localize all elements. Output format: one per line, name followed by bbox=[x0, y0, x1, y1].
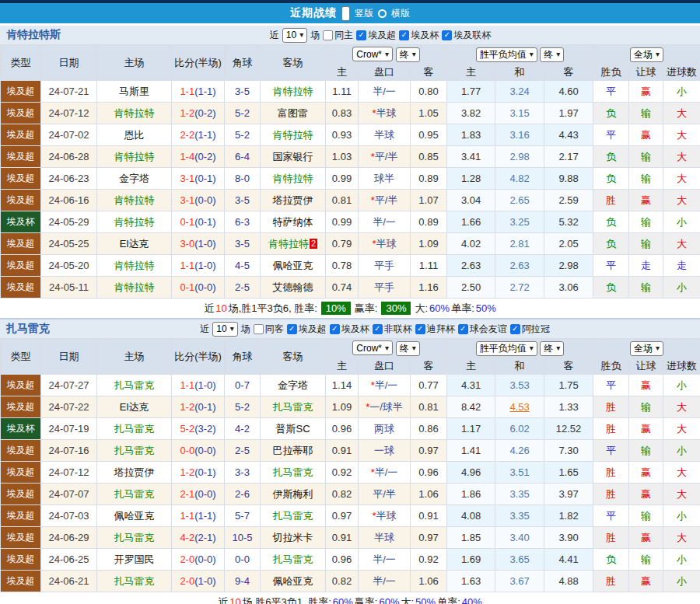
team-section: 扎马雷克 近 10▾ 场 同客 ✓埃及超✓埃及杯✓非联杯✓迪拜杯✓球会友谊✓阿拉… bbox=[0, 319, 700, 604]
layout-horizontal-label[interactable]: 横版 bbox=[391, 7, 410, 20]
competition-checkbox[interactable]: ✓埃及杯 bbox=[330, 323, 369, 336]
avg-home-cell: 3.41 bbox=[447, 146, 495, 168]
competition-checkbox[interactable]: ✓埃及超 bbox=[356, 29, 396, 42]
result-cell: 平 bbox=[593, 375, 629, 396]
avg-home-cell: 4.02 bbox=[447, 233, 495, 255]
chevron-down-icon: ▾ bbox=[299, 31, 303, 39]
table-row: 埃及超24-05-20肯特拉特1-1(1-0)4-5佩哈亚克0.78平手1.11… bbox=[1, 255, 700, 277]
avg-draw-cell: 3.15 bbox=[495, 103, 544, 124]
competition-checkbox[interactable]: ✓阿拉冠 bbox=[510, 323, 550, 336]
goals-result-cell: 小 bbox=[663, 440, 700, 462]
col-date: 日期 bbox=[41, 45, 97, 81]
section-header: 扎马雷克 近 10▾ 场 同客 ✓埃及超✓埃及杯✓非联杯✓迪拜杯✓球会友谊✓阿拉… bbox=[0, 319, 700, 338]
halftime-score: (0-0) bbox=[194, 281, 215, 293]
home-odds-cell: 0.96 bbox=[326, 549, 359, 571]
results-table: 类型 日期 主场 比分(半场) 角球 客场 Crow*▾ 终▾ 胜平负均值▾ 终… bbox=[0, 44, 700, 299]
handicap-text: 半/一 bbox=[375, 379, 398, 391]
score-cell: 3-1(0-0) bbox=[172, 190, 225, 211]
summary-segment: 60% bbox=[379, 596, 399, 604]
avg-away-cell: 4.60 bbox=[544, 81, 593, 103]
table-row: 埃及超24-06-28肯特拉特1-4(0-2)6-4国家银行1.03*平/半0.… bbox=[1, 146, 700, 168]
goals-result-cell: 小 bbox=[663, 375, 700, 396]
home-team-cell: 恩比 bbox=[97, 124, 172, 146]
home-team-cell: 肯特拉特 bbox=[97, 211, 172, 233]
page-title: 近期战绩 bbox=[290, 6, 337, 20]
goals-result-cell: 小 bbox=[663, 505, 700, 527]
handicap-cell: *半/一 bbox=[359, 462, 411, 484]
match-date-cell: 24-07-22 bbox=[41, 396, 97, 418]
odds-final-select[interactable]: 终▾ bbox=[396, 341, 420, 356]
bookmaker-select[interactable]: Crow*▾ bbox=[352, 47, 393, 61]
home-odds-cell: 0.97 bbox=[326, 505, 359, 527]
results-tbody: 埃及超24-07-27扎马雷克1-1(1-0)0-7金字塔1.14*半/一0.7… bbox=[1, 375, 700, 592]
subcol-avg-away: 客 bbox=[544, 358, 593, 375]
competition-label: 球会友谊 bbox=[470, 323, 507, 336]
competition-checkbox[interactable]: ✓埃及联杯 bbox=[442, 29, 491, 42]
scope-select[interactable]: 全场▾ bbox=[630, 47, 663, 62]
handicap-result-cell: 输 bbox=[629, 549, 663, 571]
match-date-cell: 24-06-16 bbox=[41, 190, 97, 211]
score-cell: 1-1(1-0) bbox=[172, 255, 225, 277]
score-cell: 1-4(0-2) bbox=[172, 146, 225, 168]
competition-checkbox[interactable]: ✓迪拜杯 bbox=[415, 323, 455, 336]
match-count-select[interactable]: 10▾ bbox=[212, 322, 237, 337]
avg-draw-cell[interactable]: 4.53 bbox=[495, 396, 544, 418]
handicap-text: 半/一 bbox=[373, 553, 396, 565]
competition-checkbox[interactable]: ✓非联杯 bbox=[373, 323, 412, 336]
table-row: 埃及超24-06-23金字塔3-1(0-1)8-0肯特拉特0.99球半0.891… bbox=[1, 168, 700, 190]
handicap-text: 球半 bbox=[374, 173, 394, 184]
score-cell: 2-0(1-0) bbox=[172, 571, 225, 592]
goals-result-cell: 大 bbox=[663, 168, 700, 190]
table-row: 埃及超24-07-12肯特拉特1-2(0-2)5-2富图雷0.83*半球1.05… bbox=[1, 103, 700, 124]
match-type-cell: 埃及杯 bbox=[1, 418, 41, 440]
competition-filters: ✓埃及超✓埃及杯✓非联杯✓迪拜杯✓球会友谊✓阿拉冠 bbox=[287, 323, 550, 336]
team-name: 扎马雷克 bbox=[0, 322, 50, 336]
match-type-cell: 埃及超 bbox=[1, 440, 41, 462]
layout-radio-horizontal[interactable] bbox=[378, 9, 387, 18]
handicap-text: 平手 bbox=[374, 260, 394, 271]
handicap-text: 半/一 bbox=[373, 216, 396, 228]
handicap-selects-cell: Crow*▾ 终▾ bbox=[326, 339, 447, 358]
competition-checkbox[interactable]: ✓球会友谊 bbox=[458, 323, 507, 336]
handicap-cell: 半球 bbox=[359, 527, 411, 549]
competition-checkbox[interactable]: ✓埃及杯 bbox=[399, 29, 439, 42]
avg-home-cell: 1.77 bbox=[447, 81, 495, 103]
odds-final-select[interactable]: 终▾ bbox=[396, 47, 420, 62]
summary-segment: 单率: bbox=[451, 302, 474, 316]
bookmaker-select[interactable]: Crow*▾ bbox=[352, 340, 393, 355]
avg-final-select[interactable]: 终▾ bbox=[540, 341, 564, 356]
handicap-cell: 平/半 bbox=[359, 484, 411, 505]
results-table: 类型 日期 主场 比分(半场) 角球 客场 Crow*▾ 终▾ 胜平负均值▾ 终… bbox=[0, 338, 700, 592]
match-type-cell: 埃及超 bbox=[1, 549, 41, 571]
handicap-text: 半/一 bbox=[375, 466, 398, 478]
corner-cell: 2-5 bbox=[225, 440, 261, 462]
avg-select[interactable]: 胜平负均值▾ bbox=[476, 341, 537, 356]
handicap-cell: 球半 bbox=[359, 168, 411, 190]
match-date-cell: 24-05-20 bbox=[41, 255, 97, 277]
handicap-cell: *半球 bbox=[359, 103, 411, 124]
competition-label: 埃及联杯 bbox=[453, 29, 491, 42]
result-cell: 负 bbox=[593, 233, 629, 255]
away-team-cell: 切拉米卡 bbox=[261, 527, 326, 549]
avg-away-cell: 3.97 bbox=[544, 484, 593, 505]
match-type-cell: 埃及超 bbox=[1, 233, 41, 255]
score-cell: 1-1(1-1) bbox=[172, 505, 225, 527]
same-away-checkbox[interactable]: 同客 bbox=[254, 323, 284, 336]
avg-final-select[interactable]: 终▾ bbox=[540, 47, 564, 62]
avg-draw-cell: 6.02 bbox=[495, 418, 544, 440]
scope-select[interactable]: 全场▾ bbox=[630, 341, 663, 356]
avg-select[interactable]: 胜平负均值▾ bbox=[476, 47, 537, 62]
result-cell: 平 bbox=[593, 81, 629, 103]
goals-result-cell: 大 bbox=[663, 527, 700, 549]
match-type-cell: 埃及超 bbox=[1, 505, 41, 527]
summary-segment: 50% bbox=[415, 596, 436, 604]
competition-checkbox[interactable]: ✓埃及超 bbox=[287, 323, 327, 336]
avg-home-cell: 1.85 bbox=[447, 527, 495, 549]
result-cell: 负 bbox=[593, 277, 629, 299]
layout-radio-vertical[interactable] bbox=[341, 6, 350, 21]
layout-vertical-label[interactable]: 竖版 bbox=[355, 7, 373, 20]
corner-cell: 4-2 bbox=[225, 418, 261, 440]
match-count-select[interactable]: 10▾ bbox=[282, 28, 307, 43]
col-score: 比分(半场) bbox=[172, 339, 225, 375]
same-home-checkbox[interactable]: 同主 bbox=[323, 29, 353, 42]
